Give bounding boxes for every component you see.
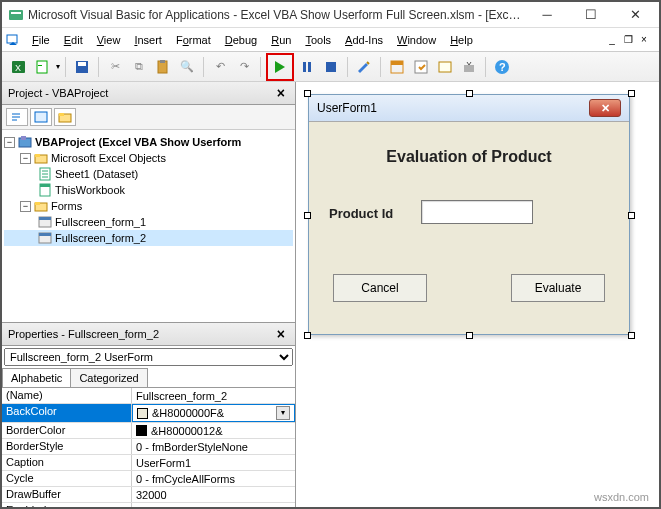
userform-preview[interactable]: UserForm1 ✕ Evaluation of Product Produc…: [308, 94, 630, 335]
tree-group-forms[interactable]: − Forms: [4, 198, 293, 214]
property-value[interactable]: Fullscreen_form_2: [132, 388, 295, 403]
undo-icon[interactable]: ↶: [209, 56, 231, 78]
property-value[interactable]: 32000: [132, 487, 295, 502]
menu-help[interactable]: Help: [444, 32, 479, 48]
property-row[interactable]: CaptionUserForm1: [2, 455, 295, 471]
menu-view[interactable]: View: [91, 32, 127, 48]
copy-icon[interactable]: ⧉: [128, 56, 150, 78]
cancel-button[interactable]: Cancel: [333, 274, 427, 302]
view-dropdown-icon[interactable]: [6, 33, 20, 47]
expander-icon[interactable]: −: [20, 153, 31, 164]
tab-categorized[interactable]: Categorized: [70, 368, 147, 387]
menu-run[interactable]: Run: [265, 32, 297, 48]
menu-file[interactable]: File: [26, 32, 56, 48]
find-icon[interactable]: 🔍: [176, 56, 198, 78]
run-icon[interactable]: [269, 56, 291, 78]
property-name[interactable]: BackColor: [2, 404, 132, 422]
resize-handle[interactable]: [304, 90, 311, 97]
project-panel-close[interactable]: ×: [273, 85, 289, 101]
svg-rect-8: [78, 62, 86, 66]
tree-root-label: VBAProject (Excel VBA Show Userform: [35, 136, 241, 148]
properties-object-selector[interactable]: Fullscreen_form_2 UserForm: [4, 348, 293, 366]
view-excel-icon[interactable]: X: [8, 56, 30, 78]
userform-body[interactable]: Evaluation of Product Product Id Cancel …: [309, 122, 629, 334]
toggle-folders-icon[interactable]: [54, 108, 76, 126]
property-value[interactable]: 0 - fmBorderStyleNone: [132, 439, 295, 454]
break-icon[interactable]: [296, 56, 318, 78]
cut-icon[interactable]: ✂: [104, 56, 126, 78]
design-mode-icon[interactable]: [353, 56, 375, 78]
maximize-button[interactable]: ☐: [569, 3, 613, 27]
property-name[interactable]: Enabled: [2, 503, 132, 507]
paste-icon[interactable]: [152, 56, 174, 78]
toolbox-icon[interactable]: [458, 56, 480, 78]
dropdown-icon[interactable]: ▾: [276, 406, 290, 420]
userform-titlebar[interactable]: UserForm1 ✕: [309, 95, 629, 122]
properties-grid[interactable]: (Name)Fullscreen_form_2BackColor&H800000…: [2, 388, 295, 507]
form-icon: [38, 215, 52, 229]
property-row[interactable]: BorderColor&H80000012&: [2, 423, 295, 439]
property-row[interactable]: Cycle0 - fmCycleAllForms: [2, 471, 295, 487]
form-designer[interactable]: UserForm1 ✕ Evaluation of Product Produc…: [296, 82, 659, 507]
resize-handle[interactable]: [628, 90, 635, 97]
mdi-minimize[interactable]: _: [605, 33, 619, 47]
view-object-icon[interactable]: [30, 108, 52, 126]
property-name[interactable]: Caption: [2, 455, 132, 470]
menu-debug[interactable]: Debug: [219, 32, 263, 48]
menu-edit[interactable]: Edit: [58, 32, 89, 48]
property-name[interactable]: BorderStyle: [2, 439, 132, 454]
menu-tools[interactable]: Tools: [299, 32, 337, 48]
project-explorer-icon[interactable]: [386, 56, 408, 78]
redo-icon[interactable]: ↷: [233, 56, 255, 78]
tree-root[interactable]: − VBAProject (Excel VBA Show Userform: [4, 134, 293, 150]
property-row[interactable]: (Name)Fullscreen_form_2: [2, 388, 295, 404]
minimize-button[interactable]: ─: [525, 3, 569, 27]
help-icon[interactable]: ?: [491, 56, 513, 78]
resize-handle[interactable]: [628, 212, 635, 219]
property-row[interactable]: BackColor&H8000000F&▾: [2, 404, 295, 423]
userform-close-button[interactable]: ✕: [589, 99, 621, 117]
expander-icon[interactable]: −: [4, 137, 15, 148]
close-button[interactable]: ✕: [613, 3, 657, 27]
save-icon[interactable]: [71, 56, 93, 78]
tree-sheet1[interactable]: Sheet1 (Dataset): [4, 166, 293, 182]
project-panel-title: Project - VBAProject ×: [2, 82, 295, 105]
menu-insert[interactable]: Insert: [128, 32, 168, 48]
property-name[interactable]: DrawBuffer: [2, 487, 132, 502]
properties-icon[interactable]: [410, 56, 432, 78]
tree-form2[interactable]: Fullscreen_form_2: [4, 230, 293, 246]
property-name[interactable]: BorderColor: [2, 423, 132, 438]
properties-panel-close[interactable]: ×: [273, 326, 289, 342]
mdi-restore[interactable]: ❐: [621, 33, 635, 47]
svg-rect-5: [37, 61, 47, 73]
product-id-input[interactable]: [421, 200, 533, 224]
tab-alphabetic[interactable]: Alphabetic: [2, 368, 71, 387]
property-row[interactable]: BorderStyle0 - fmBorderStyleNone: [2, 439, 295, 455]
expander-icon[interactable]: −: [20, 201, 31, 212]
svg-rect-36: [39, 233, 51, 236]
property-name[interactable]: (Name): [2, 388, 132, 403]
property-value[interactable]: 0 - fmCycleAllForms: [132, 471, 295, 486]
property-row[interactable]: DrawBuffer32000: [2, 487, 295, 503]
resize-handle[interactable]: [628, 332, 635, 339]
menu-format[interactable]: Format: [170, 32, 217, 48]
resize-handle[interactable]: [466, 90, 473, 97]
tree-thisworkbook[interactable]: ThisWorkbook: [4, 182, 293, 198]
property-value[interactable]: &H8000000F&▾: [132, 404, 295, 422]
property-value[interactable]: True: [132, 503, 295, 507]
view-code-icon[interactable]: [6, 108, 28, 126]
menu-addins[interactable]: Add-Ins: [339, 32, 389, 48]
insert-module-icon[interactable]: [32, 56, 54, 78]
evaluate-button[interactable]: Evaluate: [511, 274, 605, 302]
property-row[interactable]: EnabledTrue: [2, 503, 295, 507]
project-tree[interactable]: − VBAProject (Excel VBA Show Userform − …: [2, 130, 295, 323]
menu-window[interactable]: Window: [391, 32, 442, 48]
tree-group-excel[interactable]: − Microsoft Excel Objects: [4, 150, 293, 166]
property-value[interactable]: &H80000012&: [132, 423, 295, 438]
mdi-close[interactable]: ×: [637, 33, 651, 47]
object-browser-icon[interactable]: [434, 56, 456, 78]
tree-form1[interactable]: Fullscreen_form_1: [4, 214, 293, 230]
property-name[interactable]: Cycle: [2, 471, 132, 486]
reset-icon[interactable]: [320, 56, 342, 78]
property-value[interactable]: UserForm1: [132, 455, 295, 470]
